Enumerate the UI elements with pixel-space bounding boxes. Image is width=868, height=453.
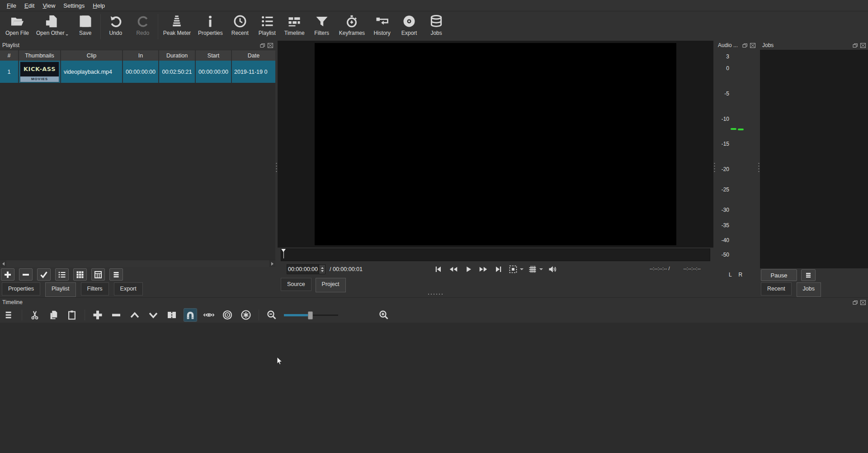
dock-drag-handle[interactable] <box>427 293 443 295</box>
skip-to-end-button[interactable] <box>493 264 504 274</box>
grid-button[interactable] <box>527 264 538 275</box>
add-clip-button[interactable] <box>1 268 14 281</box>
play-button[interactable] <box>463 264 473 274</box>
history-button[interactable]: History <box>368 13 396 38</box>
close-panel-icon[interactable] <box>268 43 273 48</box>
save-button[interactable]: Save <box>72 13 99 38</box>
redo-button[interactable]: Redo <box>129 13 156 38</box>
step-down-icon[interactable] <box>321 270 324 272</box>
lift-button[interactable] <box>128 309 141 321</box>
open-file-button[interactable]: Open File <box>2 13 33 38</box>
menu-view[interactable]: View <box>38 1 59 10</box>
row-thumbnail-cell: KICK-ASS MOVIES <box>19 61 61 83</box>
export-button[interactable]: Export <box>396 13 423 38</box>
timeline-button[interactable]: Timeline <box>281 13 308 38</box>
volume-button[interactable] <box>547 264 558 275</box>
float-panel-icon[interactable] <box>853 43 858 48</box>
ripple-toggle-button[interactable] <box>221 309 234 321</box>
timeline-menu-button[interactable] <box>3 309 15 321</box>
splitter-audio-jobs[interactable] <box>758 41 760 297</box>
scroll-left-icon[interactable] <box>0 260 6 267</box>
position-stepper[interactable] <box>319 264 326 274</box>
tab-export[interactable]: Export <box>114 282 143 296</box>
toolbar-label: Jobs <box>430 30 442 36</box>
split-button[interactable] <box>165 309 178 321</box>
column-header-duration[interactable]: Duration <box>159 50 196 61</box>
column-header-thumbnails[interactable]: Thumbnails <box>19 50 61 61</box>
slider-handle[interactable] <box>308 311 313 319</box>
float-panel-icon[interactable] <box>260 43 265 48</box>
check-icon <box>40 271 48 279</box>
timeline-tracks-area[interactable] <box>0 323 868 453</box>
tab-source[interactable]: Source <box>281 278 311 291</box>
close-panel-icon[interactable] <box>860 43 866 48</box>
column-header-date[interactable]: Date <box>232 50 275 61</box>
pause-button[interactable]: Pause <box>761 269 797 281</box>
tab-project[interactable]: Project <box>316 278 346 292</box>
close-panel-icon[interactable] <box>750 43 755 48</box>
menu-file[interactable]: File <box>3 1 20 10</box>
playlist-horizontal-scrollbar[interactable] <box>0 260 275 267</box>
open-other-button[interactable]: Open Other <box>33 13 72 38</box>
keyframes-button[interactable]: Keyframes <box>335 13 368 38</box>
column-header-in[interactable]: In <box>123 50 159 61</box>
toolbar-label: History <box>373 30 390 36</box>
scroll-right-icon[interactable] <box>269 260 275 267</box>
menu-settings[interactable]: Settings <box>59 1 89 10</box>
zoom-timeline-out-button[interactable] <box>265 309 278 321</box>
float-panel-icon[interactable] <box>853 300 858 305</box>
close-panel-icon[interactable] <box>860 300 866 305</box>
remove-clip-button[interactable] <box>19 268 33 281</box>
column-header-start[interactable]: Start <box>196 50 232 61</box>
append-button[interactable] <box>91 309 104 321</box>
tab-filters[interactable]: Filters <box>81 282 109 296</box>
copy-button[interactable] <box>47 309 60 321</box>
scrollbar-track[interactable] <box>6 260 269 267</box>
tab-recent[interactable]: Recent <box>761 282 792 296</box>
undo-button[interactable]: Undo <box>102 13 129 38</box>
overwrite-button[interactable] <box>147 309 160 321</box>
filters-button[interactable]: Filters <box>308 13 335 38</box>
float-panel-icon[interactable] <box>742 43 748 48</box>
paste-button[interactable] <box>66 309 78 321</box>
jobs-list-area[interactable] <box>760 50 868 268</box>
jobs-button[interactable]: Jobs <box>423 13 450 38</box>
ripple-delete-button[interactable] <box>110 309 123 321</box>
timeline-zoom-slider[interactable] <box>284 311 338 319</box>
snap-toggle-button[interactable] <box>184 309 197 321</box>
view-icons-button[interactable] <box>91 268 105 281</box>
menu-help[interactable]: Help <box>89 1 109 10</box>
properties-button[interactable]: Properties <box>194 13 226 38</box>
view-tiles-button[interactable] <box>73 268 87 281</box>
playlist-menu-button[interactable] <box>109 268 123 281</box>
view-details-button[interactable] <box>55 268 69 281</box>
step-up-icon[interactable] <box>321 267 324 269</box>
splitter-grip <box>714 162 715 174</box>
tab-jobs[interactable]: Jobs <box>797 282 821 297</box>
update-clip-button[interactable] <box>37 268 51 281</box>
playlist-button[interactable]: Playlist <box>254 13 281 38</box>
skip-to-start-button[interactable] <box>433 264 443 274</box>
playlist-empty-area[interactable] <box>0 83 275 260</box>
recent-button[interactable]: Recent <box>226 13 254 38</box>
peak-meter-button[interactable]: Peak Meter <box>160 13 194 38</box>
tab-playlist[interactable]: Playlist <box>45 282 76 297</box>
column-header-clip[interactable]: Clip <box>61 50 123 61</box>
scrub-while-dragging-button[interactable] <box>203 309 215 321</box>
zoom-timeline-in-button[interactable] <box>377 309 390 321</box>
zoom-dropdown-icon[interactable] <box>520 268 524 270</box>
column-header-index[interactable]: # <box>0 50 19 61</box>
playhead-marker[interactable] <box>283 249 284 258</box>
jobs-menu-button[interactable] <box>801 269 816 281</box>
cut-button[interactable] <box>28 309 41 321</box>
rewind-button[interactable] <box>447 264 460 274</box>
ripple-all-tracks-button[interactable] <box>240 309 252 321</box>
grid-dropdown-icon[interactable] <box>539 268 543 270</box>
menu-edit[interactable]: Edit <box>20 1 38 10</box>
playlist-row-selected[interactable]: 1 KICK-ASS MOVIES videoplayback.mp4 00:0… <box>0 61 275 83</box>
seek-bar[interactable] <box>281 248 710 261</box>
tab-properties[interactable]: Properties <box>2 282 40 296</box>
fast-forward-button[interactable] <box>477 264 490 274</box>
zoom-fit-button[interactable] <box>508 264 519 275</box>
position-field[interactable]: 00:00:00:00 <box>287 264 319 274</box>
